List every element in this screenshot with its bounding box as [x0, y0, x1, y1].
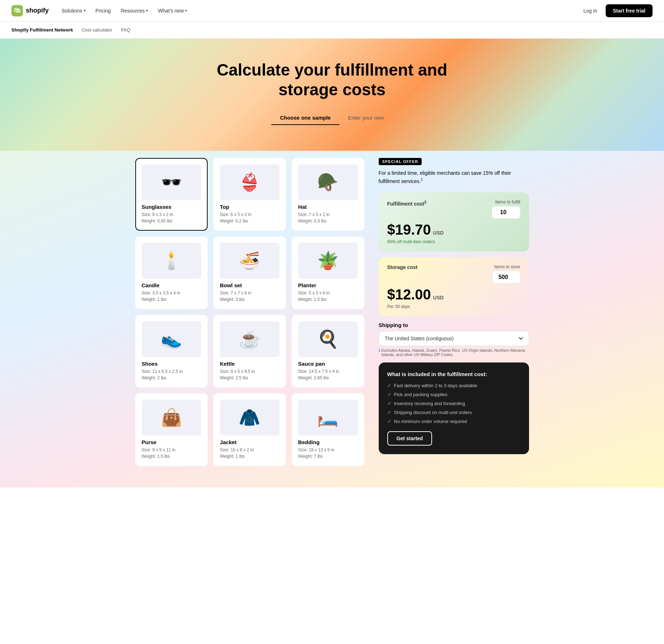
nav-left: 🛍 shopify Solutions ▾ Pricing Resources …	[11, 5, 191, 16]
check-icon: ✓	[387, 401, 391, 406]
special-offer-badge: SPECIAL OFFER	[379, 158, 422, 165]
product-details: Size: 11 x 6.5 x 2.5 in Weight: 2 lbs	[142, 368, 202, 381]
feature-item: ✓Inventory receiving and forwarding	[387, 401, 520, 406]
fulfillment-items-input[interactable]	[492, 206, 520, 219]
product-card-hat[interactable]: 🪖 Hat Size: 7 x 5 x 2 in Weight: 0.3 lbs	[292, 158, 364, 231]
check-icon: ✓	[387, 392, 391, 397]
get-started-button[interactable]: Get started	[387, 431, 432, 446]
product-details: Size: 6 x 5 x 2 in Weight: 0.2 lbs	[220, 211, 280, 224]
product-name: Candle	[142, 282, 202, 288]
product-name: Top	[220, 204, 280, 210]
product-image: 🛏️	[298, 400, 358, 436]
product-details: Size: 5 x 5 x 6 in Weight: 1.5 lbs	[298, 290, 358, 303]
logo-text: shopify	[26, 7, 49, 14]
product-details: Size: 10 x 8 x 2 in Weight: 1 lbs	[220, 447, 280, 460]
product-image: ☕	[220, 321, 280, 357]
storage-cost-card: Storage cost Items to store $12.00 USD P…	[379, 257, 529, 316]
tab-enter-own[interactable]: Enter your own	[339, 111, 393, 125]
sub-nav: Shopify Fulfillment Network Cost calcula…	[0, 21, 664, 39]
product-card-purse[interactable]: 👜 Purse Size: 9 x 9 x 11 in Weight: 1.5 …	[135, 393, 208, 466]
storage-amount: $12.00 USD	[387, 287, 520, 303]
shopify-logo[interactable]: 🛍 shopify	[11, 5, 49, 16]
nav-whats-new[interactable]: What's new ▾	[154, 5, 191, 16]
product-image: 🕶️	[142, 164, 202, 200]
chevron-down-icon: ▾	[84, 9, 86, 13]
product-details: Size: 7 x 7 x 8 in Weight: 3 lbs	[220, 290, 280, 303]
product-card-shoes[interactable]: 👟 Shoes Size: 11 x 6.5 x 2.5 in Weight: …	[135, 315, 208, 388]
product-name: Purse	[142, 439, 202, 445]
fulfillment-items-group: Items to fulfill	[492, 200, 520, 219]
storage-items-group: Items to store	[492, 264, 520, 284]
fulfillment-info-title: What is included in the fulfillment cost…	[387, 371, 520, 377]
product-details: Size: 3.5 x 3.5 x 4 in Weight: 1 lbs	[142, 290, 202, 303]
calculator-layout: 🕶️ Sunglasses Size: 6 x 3 x 2 in Weight:…	[135, 151, 529, 466]
main-content: 🕶️ Sunglasses Size: 6 x 3 x 2 in Weight:…	[0, 151, 664, 487]
product-card-bowl-set[interactable]: 🍜 Bowl set Size: 7 x 7 x 8 in Weight: 3 …	[213, 236, 286, 309]
storage-items-input[interactable]	[492, 271, 520, 284]
offer-text: For a limited time, eligible merchants c…	[379, 169, 529, 185]
product-image: 🍜	[220, 243, 280, 279]
fulfillment-cost-label: Fulfillment cost2	[387, 201, 427, 207]
product-card-planter[interactable]: 🪴 Planter Size: 5 x 5 x 6 in Weight: 1.5…	[292, 236, 364, 309]
nav-resources[interactable]: Resources ▾	[116, 5, 152, 16]
login-button[interactable]: Log in	[579, 5, 601, 16]
fulfillment-info-card: What is included in the fulfillment cost…	[379, 362, 529, 454]
product-card-jacket[interactable]: 🧥 Jacket Size: 10 x 8 x 2 in Weight: 1 l…	[213, 393, 286, 466]
chevron-down-icon: ▾	[146, 9, 148, 13]
product-image: 🪖	[298, 164, 358, 200]
calculator-tabs: Choose one sample Enter your own	[11, 111, 653, 125]
product-image: 🧥	[220, 400, 280, 436]
chevron-down-icon: ▾	[185, 9, 187, 13]
sub-nav-faq[interactable]: FAQ	[121, 27, 130, 33]
fulfillment-features-list: ✓Fast delivery within 2 to 3 days availa…	[387, 383, 520, 424]
sub-nav-cost-calculator[interactable]: Cost calculator	[82, 27, 112, 33]
info-icon: ℹ	[379, 348, 380, 353]
nav-solutions[interactable]: Solutions ▾	[57, 5, 90, 16]
product-details: Size: 7 x 5 x 2 in Weight: 0.3 lbs	[298, 211, 358, 224]
fulfillment-card-header: Fulfillment cost2 Items to fulfill	[387, 200, 520, 219]
nav-pricing[interactable]: Pricing	[91, 5, 115, 16]
shipping-label: Shipping to	[379, 322, 529, 328]
start-trial-button[interactable]: Start free trial	[606, 4, 653, 17]
product-image: 🪴	[298, 243, 358, 279]
feature-item: ✓Pick and packing supplies	[387, 392, 520, 397]
product-details: Size: 9 x 9 x 11 in Weight: 1.5 lbs	[142, 447, 202, 460]
products-grid: 🕶️ Sunglasses Size: 6 x 3 x 2 in Weight:…	[135, 158, 364, 466]
product-name: Jacket	[220, 439, 280, 445]
shipping-note: ℹ Excludes Alaska, Hawaii, Guam, Puerto …	[379, 348, 529, 357]
sub-nav-fulfillment-network[interactable]: Shopify Fulfillment Network	[11, 27, 73, 33]
product-name: Bowl set	[220, 282, 280, 288]
nav-links: Solutions ▾ Pricing Resources ▾ What's n…	[57, 5, 191, 16]
feature-item: ✓Shipping discount on multi-unit orders	[387, 410, 520, 415]
product-details: Size: 18 x 13 x 5 in Weight: 7 lbs	[298, 447, 358, 460]
product-name: Kettle	[220, 361, 280, 367]
product-image: 👜	[142, 400, 202, 436]
product-image: 🍳	[298, 321, 358, 357]
product-card-sunglasses[interactable]: 🕶️ Sunglasses Size: 6 x 3 x 2 in Weight:…	[135, 158, 208, 231]
fulfillment-cost-card: Fulfillment cost2 Items to fulfill $19.7…	[379, 192, 529, 251]
storage-card-header: Storage cost Items to store	[387, 264, 520, 284]
product-card-bedding[interactable]: 🛏️ Bedding Size: 18 x 13 x 5 in Weight: …	[292, 393, 364, 466]
fulfillment-discount-note: 65% off multi-item orders	[387, 239, 520, 244]
feature-item: ✓No minimum order volume required	[387, 419, 520, 424]
tab-choose-sample[interactable]: Choose one sample	[271, 111, 339, 125]
storage-period-note: Per 30 days	[387, 304, 520, 309]
product-card-sauce-pan[interactable]: 🍳 Sauce pan Size: 14.5 x 7.5 x 4 in Weig…	[292, 315, 364, 388]
main-nav: 🛍 shopify Solutions ▾ Pricing Resources …	[0, 0, 664, 21]
product-image: 🕯️	[142, 243, 202, 279]
feature-item: ✓Fast delivery within 2 to 3 days availa…	[387, 383, 520, 388]
product-name: Shoes	[142, 361, 202, 367]
product-name: Hat	[298, 204, 358, 210]
shipping-section: Shipping to The United States (contiguou…	[379, 322, 529, 357]
product-name: Planter	[298, 282, 358, 288]
shipping-select[interactable]: The United States (contiguous) Canada Un…	[379, 331, 529, 346]
product-name: Sunglasses	[142, 204, 202, 210]
right-panel: SPECIAL OFFER For a limited time, eligib…	[379, 158, 529, 466]
product-card-candle[interactable]: 🕯️ Candle Size: 3.5 x 3.5 x 4 in Weight:…	[135, 236, 208, 309]
product-details: Size: 6 x 3 x 2 in Weight: 0.05 lbs	[142, 211, 202, 224]
fulfillment-amount: $19.70 USD	[387, 222, 520, 238]
storage-items-label: Items to store	[494, 264, 520, 269]
hero-title: Calculate your fulfillment and storage c…	[207, 60, 457, 100]
product-card-kettle[interactable]: ☕ Kettle Size: 8 x 5 x 9.5 in Weight: 2.…	[213, 315, 286, 388]
product-card-top[interactable]: 👙 Top Size: 6 x 5 x 2 in Weight: 0.2 lbs	[213, 158, 286, 231]
